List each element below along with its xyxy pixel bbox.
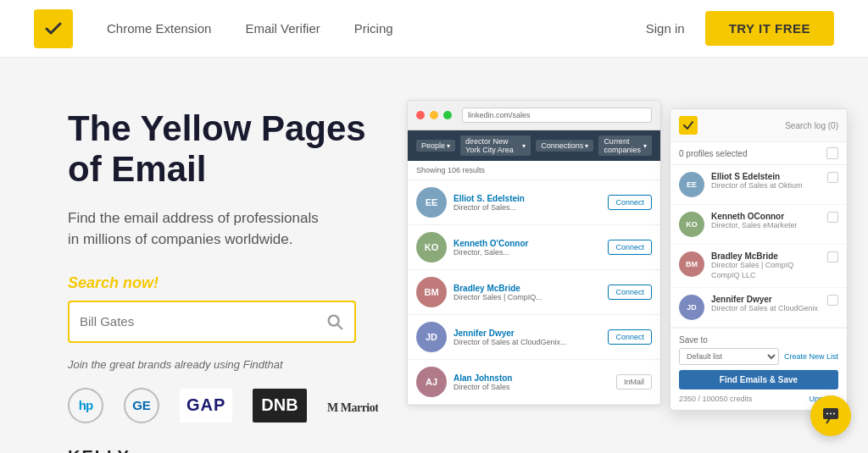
connect-button[interactable]: Connect — [608, 240, 652, 255]
dot-green — [443, 111, 452, 119]
ext-person-info: Kenneth OConnor Director, Sales eMarkete… — [711, 212, 821, 231]
svg-line-2 — [337, 324, 342, 329]
select-all-checkbox[interactable] — [826, 147, 838, 159]
url-bar: linkedin.com/sales — [462, 108, 652, 123]
li-person-row: KO Kenneth O'Connor Director, Sales... C… — [408, 225, 660, 270]
main-content: The Yellow Pages of Email Find the email… — [0, 58, 868, 453]
dot-red — [416, 111, 425, 119]
ext-header: Search log (0) — [670, 109, 847, 142]
person-checkbox[interactable] — [827, 295, 838, 306]
ext-logo — [679, 116, 698, 135]
results-header: Showing 106 results — [408, 161, 660, 180]
filter-location[interactable]: director New York City Area ▾ — [460, 135, 531, 156]
nav-pricing[interactable]: Pricing — [354, 21, 393, 36]
browser-mockup: linkedin.com/sales People ▾ director New… — [407, 100, 848, 406]
ext-person-row: BM Bradley McBride Director Sales | Comp… — [670, 245, 847, 288]
browser-bar: linkedin.com/sales — [408, 101, 660, 130]
search-label: Search now! — [68, 274, 424, 292]
avatar: KO — [416, 232, 447, 262]
navbar: Chrome Extension Email Verifier Pricing … — [0, 0, 868, 58]
svg-point-7 — [833, 413, 835, 415]
chat-bubble[interactable] — [810, 395, 851, 436]
avatar: JD — [416, 322, 447, 352]
ext-avatar: BM — [679, 251, 704, 277]
hero-left: The Yellow Pages of Email Find the email… — [68, 100, 424, 453]
join-text: Join the great brands already using Find… — [68, 358, 424, 371]
svg-point-5 — [826, 413, 828, 415]
person-checkbox[interactable] — [827, 251, 838, 262]
svg-text:M Marriott: M Marriott — [327, 401, 378, 414]
ext-person-info: Elliot S Edelstein Director of Sales at … — [711, 172, 821, 191]
ext-avatar: KO — [679, 212, 704, 237]
person-info: Jennifer Dwyer Director of Sales at Clou… — [453, 329, 601, 346]
brands-row: hp GE GAP DNB M Marriott KELLY. SERVICES — [68, 388, 424, 453]
sign-in-link[interactable]: Sign in — [646, 21, 685, 36]
brand-dnb: DNB — [253, 389, 306, 423]
brand-gap: GAP — [180, 389, 232, 423]
ext-person-row: EE Elliot S Edelstein Director of Sales … — [670, 165, 847, 205]
filter-bar: People ▾ director New York City Area ▾ C… — [408, 130, 660, 161]
li-person-row: JD Jennifer Dwyer Director of Sales at C… — [408, 315, 660, 360]
ext-avatar: EE — [679, 172, 704, 197]
ext-person-row: JD Jennifer Dwyer Director of Sales at C… — [670, 288, 847, 328]
avatar: AJ — [416, 367, 447, 397]
li-person-row: AJ Alan Johnston Director of Sales InMai… — [408, 360, 660, 405]
search-log: Search log (0) — [785, 121, 838, 130]
inbox-button[interactable]: InMail — [616, 374, 652, 389]
ext-person-row: KO Kenneth OConnor Director, Sales eMark… — [670, 205, 847, 245]
person-info: Kenneth O'Connor Director, Sales... — [453, 239, 601, 257]
person-checkbox[interactable] — [827, 172, 838, 183]
ext-person-info: Jennifer Dwyer Director of Sales at Clou… — [711, 295, 821, 314]
profiles-bar: 0 profiles selected — [670, 142, 847, 165]
save-row: Default list Create New List — [679, 348, 838, 365]
brand-marriott: M Marriott — [327, 389, 378, 423]
subtitle: Find the email address of professionals … — [68, 207, 424, 251]
create-list-link[interactable]: Create New List — [784, 352, 838, 361]
connect-button[interactable]: Connect — [608, 195, 652, 210]
find-emails-button[interactable]: Find Emails & Save — [679, 370, 838, 389]
person-info: Bradley McBride Director Sales | CompIQ.… — [453, 284, 601, 301]
connect-button[interactable]: Connect — [608, 285, 652, 300]
dot-yellow — [430, 111, 438, 119]
search-button[interactable] — [326, 312, 344, 331]
extension-panel: Search log (0) 0 profiles selected EE El… — [670, 108, 848, 411]
hero-right: linkedin.com/sales People ▾ director New… — [407, 100, 848, 406]
filter-companies[interactable]: Current companies ▾ — [598, 135, 652, 156]
search-icon — [326, 312, 344, 331]
ext-person-info: Bradley McBride Director Sales | CompIQ … — [711, 251, 821, 280]
nav-right: Sign in TRY IT FREE — [646, 11, 834, 46]
avatar: BM — [416, 277, 447, 307]
connect-button[interactable]: Connect — [608, 329, 652, 345]
avatar: EE — [416, 187, 447, 218]
nav-email-verifier[interactable]: Email Verifier — [245, 21, 320, 36]
person-info: Alan Johnston Director of Sales — [453, 373, 609, 391]
brand-ge: GE — [124, 388, 159, 423]
svg-point-6 — [830, 413, 832, 415]
search-box — [68, 301, 356, 343]
site-logo[interactable] — [34, 9, 73, 48]
filter-connections[interactable]: Connections ▾ — [536, 140, 593, 152]
brand-hp: hp — [68, 388, 103, 423]
list-select[interactable]: Default list — [679, 348, 779, 365]
person-info: Elliot S. Edelstein Director of Sales... — [453, 194, 601, 212]
brand-kelly: KELLY. SERVICES — [68, 444, 135, 453]
search-input[interactable] — [80, 314, 326, 329]
headline: The Yellow Pages of Email — [68, 108, 424, 191]
linkedin-panel: linkedin.com/sales People ▾ director New… — [407, 100, 661, 406]
ext-avatar: JD — [679, 295, 704, 320]
filter-people[interactable]: People ▾ — [416, 140, 455, 152]
person-checkbox[interactable] — [827, 212, 838, 223]
li-person-row: EE Elliot S. Edelstein Director of Sales… — [408, 180, 660, 225]
nav-chrome-extension[interactable]: Chrome Extension — [107, 21, 211, 36]
try-free-button[interactable]: TRY IT FREE — [705, 11, 834, 46]
nav-links: Chrome Extension Email Verifier Pricing — [107, 21, 646, 36]
li-person-row: BM Bradley McBride Director Sales | Comp… — [408, 270, 660, 315]
